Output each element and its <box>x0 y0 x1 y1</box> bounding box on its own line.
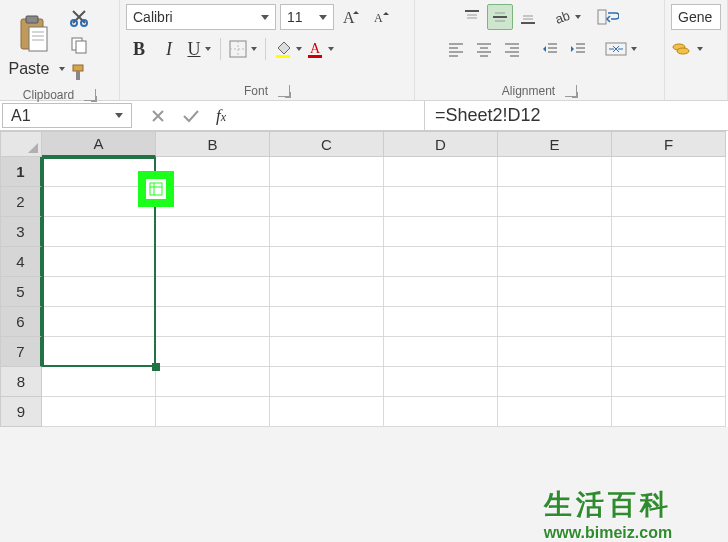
cell-C4[interactable] <box>270 247 384 277</box>
cell-D7[interactable] <box>384 337 498 367</box>
cell-A5[interactable] <box>42 277 156 307</box>
orientation-button[interactable]: ab <box>553 4 581 30</box>
merge-center-button[interactable] <box>605 36 637 62</box>
number-format-combo[interactable]: Gene <box>671 4 721 30</box>
cell-E4[interactable] <box>498 247 612 277</box>
name-box[interactable]: A1 <box>2 103 132 128</box>
cell-F2[interactable] <box>612 187 726 217</box>
cell-E7[interactable] <box>498 337 612 367</box>
paste-dropdown[interactable]: Paste <box>3 60 66 78</box>
align-center-button[interactable] <box>471 36 497 62</box>
row-header-5[interactable]: 5 <box>0 277 42 307</box>
row-header-8[interactable]: 8 <box>0 367 42 397</box>
align-bottom-button[interactable] <box>515 4 541 30</box>
row-header-4[interactable]: 4 <box>0 247 42 277</box>
font-color-button[interactable]: A <box>306 36 334 62</box>
cell-B3[interactable] <box>156 217 270 247</box>
decrease-font-size-button[interactable]: A <box>368 4 394 30</box>
cell-C9[interactable] <box>270 397 384 427</box>
align-middle-button[interactable] <box>487 4 513 30</box>
cell-F4[interactable] <box>612 247 726 277</box>
row-header-2[interactable]: 2 <box>0 187 42 217</box>
cell-B4[interactable] <box>156 247 270 277</box>
cell-A7[interactable] <box>42 337 156 367</box>
cell-A4[interactable] <box>42 247 156 277</box>
cell-A9[interactable] <box>42 397 156 427</box>
cell-E9[interactable] <box>498 397 612 427</box>
cell-C6[interactable] <box>270 307 384 337</box>
borders-button[interactable] <box>229 36 257 62</box>
row-header-6[interactable]: 6 <box>0 307 42 337</box>
clipboard-launcher-icon[interactable] <box>84 89 96 101</box>
cell-C7[interactable] <box>270 337 384 367</box>
enter-formula-button[interactable] <box>182 108 200 124</box>
font-size-combo[interactable]: 11 <box>280 4 334 30</box>
cell-C2[interactable] <box>270 187 384 217</box>
alignment-launcher-icon[interactable] <box>565 85 577 97</box>
cell-F8[interactable] <box>612 367 726 397</box>
increase-font-size-button[interactable]: A <box>338 4 364 30</box>
cell-E8[interactable] <box>498 367 612 397</box>
cell-F9[interactable] <box>612 397 726 427</box>
wrap-text-button[interactable] <box>595 4 621 30</box>
increase-indent-button[interactable] <box>565 36 591 62</box>
cell-A3[interactable] <box>42 217 156 247</box>
insert-function-button[interactable]: fx <box>216 106 226 126</box>
cancel-formula-button[interactable] <box>150 108 166 124</box>
cell-D6[interactable] <box>384 307 498 337</box>
cell-D3[interactable] <box>384 217 498 247</box>
cell-F1[interactable] <box>612 157 726 187</box>
cell-C5[interactable] <box>270 277 384 307</box>
cell-D5[interactable] <box>384 277 498 307</box>
cell-F6[interactable] <box>612 307 726 337</box>
cell-C8[interactable] <box>270 367 384 397</box>
cell-F3[interactable] <box>612 217 726 247</box>
font-name-combo[interactable]: Calibri <box>126 4 276 30</box>
cell-B7[interactable] <box>156 337 270 367</box>
cell-D9[interactable] <box>384 397 498 427</box>
row-header-7[interactable]: 7 <box>0 337 42 367</box>
format-painter-button[interactable] <box>66 60 92 86</box>
copy-button[interactable] <box>66 32 92 58</box>
select-all-corner[interactable] <box>0 131 42 157</box>
column-header-C[interactable]: C <box>270 131 384 157</box>
fill-handle[interactable] <box>152 363 160 371</box>
cell-D4[interactable] <box>384 247 498 277</box>
row-header-9[interactable]: 9 <box>0 397 42 427</box>
cell-D8[interactable] <box>384 367 498 397</box>
cell-E1[interactable] <box>498 157 612 187</box>
cell-B6[interactable] <box>156 307 270 337</box>
cell-F5[interactable] <box>612 277 726 307</box>
cell-E3[interactable] <box>498 217 612 247</box>
cell-A8[interactable] <box>42 367 156 397</box>
decrease-indent-button[interactable] <box>537 36 563 62</box>
paste-button[interactable] <box>11 12 57 58</box>
align-left-button[interactable] <box>443 36 469 62</box>
accounting-format-button[interactable] <box>671 36 703 62</box>
font-launcher-icon[interactable] <box>278 85 290 97</box>
cell-E2[interactable] <box>498 187 612 217</box>
cell-F7[interactable] <box>612 337 726 367</box>
row-header-1[interactable]: 1 <box>0 157 42 187</box>
cell-E5[interactable] <box>498 277 612 307</box>
underline-button[interactable]: U <box>186 36 212 62</box>
cut-button[interactable] <box>66 4 92 30</box>
column-header-D[interactable]: D <box>384 131 498 157</box>
fill-color-button[interactable] <box>274 36 302 62</box>
column-header-F[interactable]: F <box>612 131 726 157</box>
cell-C1[interactable] <box>270 157 384 187</box>
cell-A6[interactable] <box>42 307 156 337</box>
column-header-E[interactable]: E <box>498 131 612 157</box>
align-right-button[interactable] <box>499 36 525 62</box>
formula-input[interactable]: =Sheet2!D12 <box>424 101 728 130</box>
row-header-3[interactable]: 3 <box>0 217 42 247</box>
cell-B8[interactable] <box>156 367 270 397</box>
italic-button[interactable]: I <box>156 36 182 62</box>
cell-B5[interactable] <box>156 277 270 307</box>
bold-button[interactable]: B <box>126 36 152 62</box>
cell-E6[interactable] <box>498 307 612 337</box>
column-header-A[interactable]: A <box>42 131 156 157</box>
cell-D2[interactable] <box>384 187 498 217</box>
align-top-button[interactable] <box>459 4 485 30</box>
cell-B9[interactable] <box>156 397 270 427</box>
